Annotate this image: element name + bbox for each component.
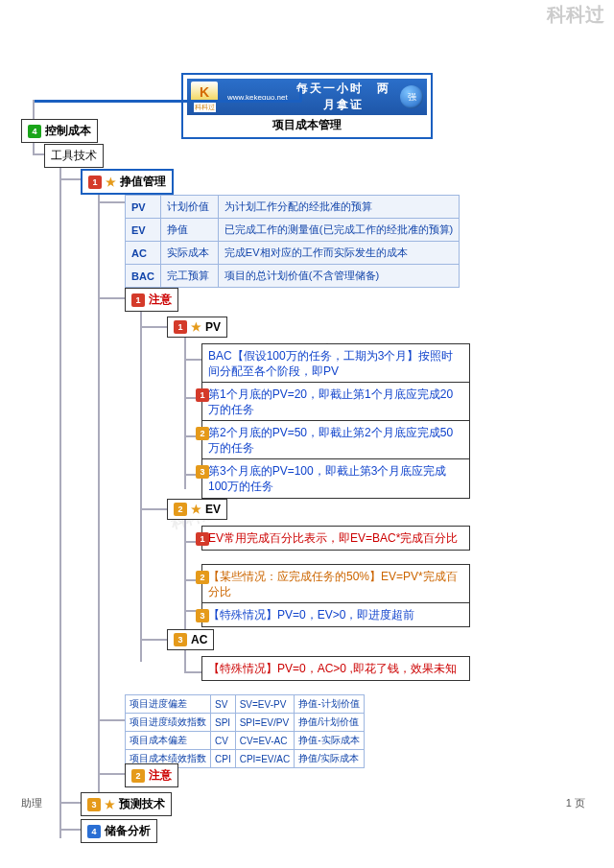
box-text: 【特殊情况】PV=0，EV>0，即进度超前 [208, 608, 414, 622]
star-icon: ★ [191, 503, 201, 516]
badge-num: 1 [174, 320, 187, 334]
box-pv-m1: 1 第1个月底的PV=20，即截止第1个月底应完成20万的任务 [201, 382, 470, 422]
badge-num: 3 [196, 609, 209, 622]
banner-bar: K 科科过 www.kekeguo.net 每天一小时 两月拿证 强 [187, 79, 427, 115]
node-note: 1 注意 [125, 288, 178, 312]
badge-num: 3 [87, 798, 101, 811]
banner-badge: 强 [400, 85, 423, 108]
table-row: AC实际成本完成EV相对应的工作而实际发生的成本 [126, 242, 460, 265]
badge-num: 1 [88, 176, 102, 189]
badge-num: 2 [196, 427, 209, 440]
box-pv-m2: 2 第2个月底的PV=50，即截止第2个月底应完成50万的任务 [201, 420, 470, 460]
badge-num: 1 [131, 293, 145, 307]
box-text: 第1个月底的PV=20，即截止第1个月底应完成20万的任务 [208, 387, 453, 416]
node-label: 控制成本 [45, 123, 91, 139]
box-ev-1: 1 EV常用完成百分比表示，即EV=BAC*完成百分比 [201, 526, 470, 551]
box-text: 第3个月底的PV=100，即截止第3个月底应完成100万的任务 [208, 464, 446, 493]
box-pv-intro: BAC【假设100万的任务，工期为3个月】按照时间分配至各个阶段，即PV [201, 343, 470, 384]
node-tools: 工具技术 [44, 144, 104, 168]
badge-num: 2 [174, 503, 187, 516]
banner-title: 项目成本管理 [187, 115, 427, 133]
node-pv: 1 ★ PV [167, 317, 227, 338]
node-ev: 2 ★ EV [167, 499, 227, 520]
node-reserve: 4 储备分析 [81, 819, 157, 843]
node-label: 挣值管理 [120, 174, 166, 190]
box-text: BAC【假设100万的任务，工期为3个月】按照时间分配至各个阶段，即PV [208, 349, 453, 378]
banner-slogan: 每天一小时 两月拿证 [292, 81, 396, 113]
node-label: PV [205, 320, 221, 334]
node-note-2: 2 注意 [125, 763, 178, 787]
badge-num: 1 [196, 532, 209, 546]
definitions-table: PV计划价值为计划工作分配的经批准的预算 EV挣值已完成工作的测量值(已完成工作… [125, 195, 460, 288]
node-label: 储备分析 [105, 823, 151, 839]
banner-logo-sub: 科科过 [194, 103, 216, 112]
banner: K 科科过 www.kekeguo.net 每天一小时 两月拿证 强 项目成本管… [181, 73, 433, 139]
diagram-canvas: 科科过 科科过 科科过 K 科科过 www.kekeguo.net 每天一小时 … [0, 0, 614, 868]
table-row: EV挣值已完成工作的测量值(已完成工作的经批准的预算) [126, 219, 460, 242]
badge-num: 2 [131, 769, 145, 783]
node-label: 预测技术 [119, 796, 165, 812]
box-ac-special: 【特殊情况】PV=0，AC>0 ,即花了钱，效果未知 [201, 656, 470, 681]
banner-logo-col: K 科科过 [191, 82, 218, 112]
box-ev-2: 2 【某些情况：应完成任务的50%】EV=PV*完成百分比 [201, 564, 470, 604]
box-text: EV常用完成百分比表示，即EV=BAC*完成百分比 [208, 531, 458, 545]
badge-num: 2 [196, 571, 209, 584]
sv-table: 项目进度偏差SVSV=EV-PV挣值-计划价值 项目进度绩效指数SPISPI=E… [125, 694, 365, 768]
badge-num: 3 [196, 465, 209, 479]
node-label: 注意 [149, 767, 172, 784]
watermark-top: 科科过 [547, 2, 604, 28]
star-icon: ★ [106, 176, 116, 189]
node-control-cost: 4 控制成本 [21, 119, 98, 143]
table-row: 项目进度偏差SVSV=EV-PV挣值-计划价值 [126, 695, 365, 714]
node-label: 工具技术 [51, 148, 97, 164]
footer-right: 1 页 [566, 796, 585, 810]
badge-num: 1 [196, 388, 209, 402]
badge-num: 4 [87, 825, 101, 838]
node-label: AC [191, 633, 207, 646]
star-icon: ★ [105, 798, 115, 811]
table-row: 项目进度绩效指数SPISPI=EV/PV挣值/计划价值 [126, 714, 365, 732]
table-row: 项目成本偏差CVCV=EV-AC挣值-实际成本 [126, 732, 365, 750]
node-ac: 3 AC [167, 629, 214, 650]
table-row: PV计划价值为计划工作分配的经批准的预算 [126, 196, 460, 219]
box-pv-m3: 3 第3个月底的PV=100，即截止第3个月底应完成100万的任务 [201, 458, 470, 499]
node-evm: 1 ★ 挣值管理 [81, 169, 174, 195]
box-ev-3: 3 【特殊情况】PV=0，EV>0，即进度超前 [201, 602, 470, 627]
footer-left: 助理 [21, 796, 42, 810]
star-icon: ★ [191, 320, 201, 334]
badge-num: 3 [174, 633, 187, 646]
node-label: EV [205, 503, 221, 516]
box-text: 【某些情况：应完成任务的50%】EV=PV*完成百分比 [208, 570, 458, 598]
box-text: 第2个月底的PV=50，即截止第2个月底应完成50万的任务 [208, 426, 453, 455]
node-label: 注意 [149, 292, 172, 308]
node-forecast: 3 ★ 预测技术 [81, 792, 172, 816]
badge-num: 4 [28, 125, 41, 138]
box-text: 【特殊情况】PV=0，AC>0 ,即花了钱，效果未知 [208, 662, 457, 675]
table-row: BAC完工预算项目的总计划价值(不含管理储备) [126, 265, 460, 288]
